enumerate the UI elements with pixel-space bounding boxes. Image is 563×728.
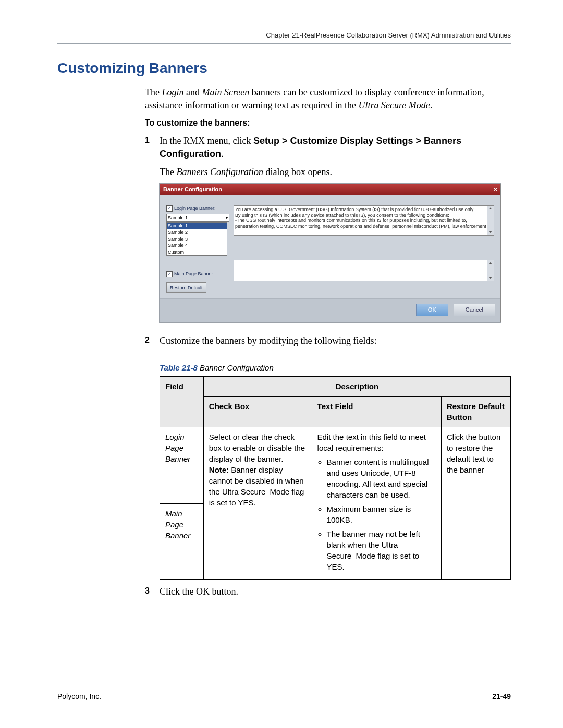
document-page: Chapter 21-RealPresence Collaboration Se…	[0, 0, 563, 728]
step-3: 3 Click the OK button.	[145, 585, 511, 598]
main-banner-checkbox[interactable]: ✓ Main Page Banner:	[166, 270, 226, 277]
checkbox-icon: ✓	[166, 271, 173, 277]
checkbox-icon: ✓	[166, 205, 173, 212]
table-caption: Table 21-8 Banner Configuration	[160, 362, 511, 373]
step1-sub: The Banners Configuration dialog box ope…	[160, 166, 511, 179]
procedure-heading: To customize the banners:	[145, 117, 511, 129]
th-textfield: Text Field	[312, 397, 441, 427]
list-item[interactable]: Sample 1	[167, 223, 227, 229]
chevron-down-icon: ▾	[226, 215, 228, 221]
banner-config-dialog: Banner Configuration ✕ ✓ Login Page Bann…	[160, 184, 501, 322]
login-banner-checkbox[interactable]: ✓ Login Page Banner:	[166, 205, 226, 212]
cancel-button[interactable]: Cancel	[454, 304, 495, 316]
dialog-titlebar: Banner Configuration ✕	[160, 184, 500, 194]
intro-paragraph: The Login and Main Screen banners can be…	[145, 86, 511, 112]
banner-config-table: Field Description Check Box Text Field R…	[160, 376, 511, 580]
dialog-title-text: Banner Configuration	[163, 186, 222, 193]
ok-button[interactable]: OK	[416, 304, 448, 316]
step-1: 1 In the RMX menu, click Setup > Customi…	[145, 134, 511, 329]
list-item[interactable]: Sample 2	[167, 229, 227, 236]
scrollbar[interactable]: ▴▾	[487, 260, 494, 281]
list-item[interactable]: Custom	[167, 249, 227, 256]
step-2: 2 Customize the banners by modifying the…	[145, 335, 511, 580]
scrollbar[interactable]: ▴▾	[487, 206, 494, 235]
section-heading: Customizing Banners	[57, 60, 511, 77]
td-login-banner: Login Page Banner	[160, 427, 204, 504]
th-description: Description	[203, 377, 510, 397]
td-main-banner: Main Page Banner	[160, 503, 204, 580]
list-item[interactable]: Sample 3	[167, 236, 227, 243]
steps-list: 1 In the RMX menu, click Setup > Customi…	[145, 134, 511, 598]
list-item[interactable]: Sample 4	[167, 242, 227, 249]
page-footer: Polycom, Inc. 21-49	[57, 692, 511, 700]
page-number: 21-49	[492, 692, 511, 700]
restore-default-button[interactable]: Restore Default	[166, 282, 206, 293]
td-restore-desc: Click the button to restore the default …	[441, 427, 510, 580]
footer-company: Polycom, Inc.	[57, 692, 101, 700]
header-rule	[57, 43, 511, 44]
chapter-header: Chapter 21-RealPresence Collaboration Se…	[57, 31, 511, 39]
main-banner-textarea[interactable]: ▴▾	[234, 260, 494, 281]
sample-combobox[interactable]: Sample 1 ▾	[166, 214, 229, 222]
th-restore: Restore Default Button	[441, 397, 510, 427]
th-field: Field	[160, 377, 204, 427]
login-banner-textarea[interactable]: You are accessing a U.S. Government (USG…	[234, 205, 494, 236]
th-checkbox: Check Box	[203, 397, 312, 427]
body-content: The Login and Main Screen banners can be…	[145, 86, 511, 598]
td-checkbox-desc: Select or clear the check box to enable …	[203, 427, 312, 580]
close-icon[interactable]: ✕	[493, 186, 497, 193]
sample-listbox[interactable]: Sample 1 Sample 2 Sample 3 Sample 4 Cust…	[166, 222, 227, 256]
td-textfield-desc: Edit the text in this field to meet loca…	[312, 427, 441, 580]
